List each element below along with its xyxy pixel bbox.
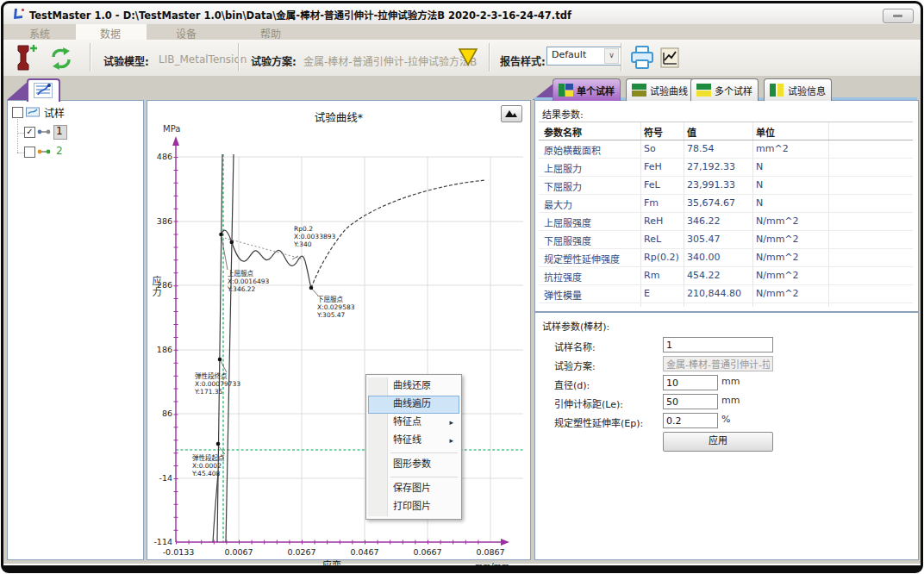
results-table: 参数名称 符号 值 单位 原始横截面积So78.54mm^2 上屈服力FeH27…: [539, 122, 913, 307]
specimen-params-panel: 试样参数(棒材): 试样名称: 试验方案: 直径(d): mm 引伸计标距(Le…: [534, 312, 919, 560]
test-info-icon: [770, 84, 784, 97]
tab-test-curve[interactable]: 试验曲线: [626, 78, 694, 101]
multi-specimen-icon: [696, 84, 711, 97]
model-label: 试验模型:: [103, 53, 149, 68]
table-row: 原始横截面积So78.54mm^2: [539, 140, 913, 159]
menu-item-data[interactable]: 数据: [100, 26, 121, 41]
x-unit-label: mm/mm: [475, 561, 509, 571]
svg-text:0.0067: 0.0067: [224, 547, 253, 557]
scheme-dropdown-icon[interactable]: [458, 47, 478, 66]
svg-text:0.0467: 0.0467: [350, 547, 378, 557]
specimen-name-input[interactable]: [663, 337, 773, 353]
menu-item-feature-lines[interactable]: 特征线▸: [368, 432, 459, 450]
title-bar: TestMaster 1.0 - D:\TestMaster 1.0\bin\D…: [3, 3, 921, 24]
svg-text:386: 386: [157, 216, 172, 226]
chart-plot[interactable]: MPa 486 386 286 186 86 -14 -114 -0.0133 …: [147, 101, 530, 574]
annotation-rp02: Rp0.2X:0.0033893Y:340: [294, 225, 335, 248]
annotation-elastic-end: 弹性段终点X:0.00079733Y:171.35: [195, 372, 240, 396]
table-row: 上屈服力FeH27,192.33N: [539, 159, 913, 177]
menu-item-feature-points[interactable]: 特征点▸: [368, 414, 459, 432]
svg-text:-114: -114: [153, 537, 172, 546]
col-unit: 单位: [756, 125, 775, 139]
menu-separator: [390, 452, 458, 453]
table-row: 上屈服强度ReH346.22N/mm^2: [539, 213, 913, 231]
tab-test-info[interactable]: 试验信息: [764, 78, 832, 101]
svg-text:0.0267: 0.0267: [287, 547, 315, 557]
toolbar-separator: [90, 43, 91, 72]
specimen-group-icon: [26, 107, 40, 117]
menu-item-help[interactable]: 帮助: [260, 26, 281, 41]
table-header-row: 参数名称 符号 值 单位: [539, 122, 913, 140]
chart-panel: 试验曲线* 应力: [147, 100, 531, 560]
table-row: 规定塑性延伸强度Rp(0.2)340.00N/mm^2: [539, 249, 913, 267]
diameter-unit: mm: [721, 376, 740, 387]
ep-unit: %: [721, 414, 730, 425]
gauge-length-input[interactable]: [663, 394, 718, 409]
tab-multi-specimen[interactable]: 多个试样: [690, 78, 759, 101]
new-specimen-icon[interactable]: [14, 43, 40, 72]
diameter-label: 直径(d):: [554, 377, 590, 391]
diameter-input[interactable]: [663, 375, 718, 390]
y-axis-arrow: [172, 136, 179, 146]
menu-item-curve-traverse[interactable]: 曲线遍历: [368, 396, 459, 414]
ep-input[interactable]: [663, 413, 718, 428]
ep-label: 规定塑性延伸率(Ep):: [554, 415, 643, 429]
menu-item-print-image[interactable]: 打印图片: [368, 498, 459, 516]
app-logo-icon: [12, 7, 26, 21]
tab-single-specimen[interactable]: 单个试样: [553, 78, 621, 101]
menu-item-graph-params[interactable]: 图形参数: [368, 456, 459, 474]
tree-item-2-checkbox[interactable]: [24, 147, 35, 158]
menu-item-device[interactable]: 设备: [176, 26, 197, 41]
print-icon[interactable]: [629, 45, 655, 71]
report-chart-icon[interactable]: [659, 47, 681, 69]
refresh-icon[interactable]: [48, 47, 74, 71]
submenu-arrow-icon: ▸: [449, 433, 453, 448]
report-style-label: 报告样式:: [500, 53, 546, 68]
test-curve-icon: [632, 84, 646, 97]
curve-list-icon: [34, 83, 53, 98]
table-row: 最大力Fm35,674.67N: [539, 195, 913, 213]
annotation-upper-yield: 上屈服点X:0.0016493Y:346.22: [228, 270, 269, 293]
tree-connector: [17, 133, 24, 134]
y-tick-labels: 486 386 286 186 86 -14 -114: [153, 152, 172, 546]
svg-text:186: 186: [157, 345, 172, 354]
tab-label: 多个试样: [715, 84, 752, 97]
scheme-field-input: [663, 356, 773, 371]
minimize-button[interactable]: [883, 9, 914, 23]
tree-connector: [17, 153, 24, 153]
menu-item-save-image[interactable]: 保存图片: [368, 480, 459, 498]
tree-item-2-label[interactable]: 2: [56, 145, 63, 157]
tree-root-checkbox[interactable]: [12, 107, 23, 118]
report-style-value: Default: [552, 49, 586, 60]
tab-label: 试验曲线: [650, 84, 688, 97]
model-value: LIB_MetalTension: [159, 53, 247, 66]
feature-lines: [176, 154, 523, 542]
tree-item-1-checkbox[interactable]: ✓: [24, 127, 35, 138]
x-axis-arrow: [501, 539, 509, 546]
scheme-value: 金属-棒材-普通引伸计-拉伸试验方法B: [303, 53, 477, 68]
table-row: 抗拉强度Rm454.22N/mm^2: [539, 267, 913, 285]
tab-specimen-tree[interactable]: [27, 78, 60, 102]
toolbar: 试验模型: LIB_MetalTension 试验方案: 金属-棒材-普通引伸计…: [3, 40, 921, 77]
table-row: 下屈服强度ReL305.47N/mm^2: [539, 231, 913, 249]
tree-item-1-label[interactable]: 1: [56, 125, 63, 137]
apply-button[interactable]: 应用: [663, 432, 773, 452]
x-tick-labels: -0.0133 0.0067 0.0267 0.0467 0.0667 0.08…: [163, 547, 505, 557]
annotation-lower-yield: 下屈服点X:0.029583Y:305.47: [317, 296, 354, 319]
gauge-length-label: 引伸计标距(Le):: [554, 396, 623, 410]
report-style-select[interactable]: Default ∨: [546, 47, 621, 66]
chart-context-menu: 曲线还原 曲线遍历 特征点▸ 特征线▸ 图形参数 保存图片 打印图片: [365, 374, 462, 520]
scheme-field-label: 试验方案:: [554, 359, 596, 372]
svg-text:86: 86: [162, 409, 172, 418]
col-name: 参数名称: [544, 125, 582, 139]
svg-text:0.0667: 0.0667: [413, 547, 441, 557]
gridlines: [176, 157, 523, 542]
tree-root-label[interactable]: 试样: [44, 105, 65, 120]
table-row: 下屈服力FeL23,991.33N: [539, 177, 913, 195]
menu-item-system[interactable]: 系统: [29, 26, 50, 41]
menu-item-curve-restore[interactable]: 曲线还原: [368, 377, 459, 396]
menu-bar: 系统 数据 设备 帮助: [3, 24, 921, 40]
specimen-params-title: 试样参数(棒材):: [542, 319, 609, 333]
scheme-label: 试验方案:: [251, 53, 297, 68]
minimize-icon: [893, 15, 902, 17]
